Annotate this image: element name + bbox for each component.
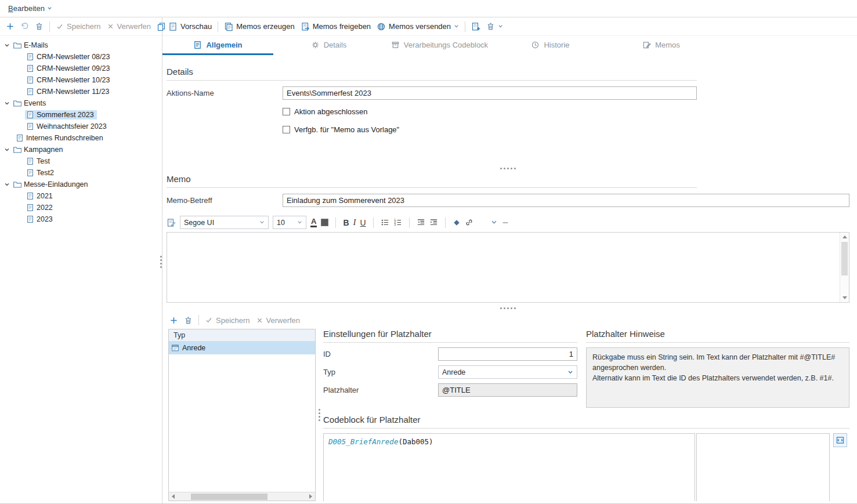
tab-verarbeitungs-codeblock[interactable]: Verarbeitungs Codeblock — [384, 36, 495, 55]
sidebar-splitter-handle[interactable] — [160, 256, 162, 268]
memos-freigeben-label: Memos freigeben — [313, 22, 371, 31]
add-placeholder-button[interactable] — [167, 314, 181, 327]
placeholder-list-header[interactable]: Typ — [169, 329, 315, 342]
scroll-down-icon[interactable] — [840, 293, 849, 302]
aktions-name-input[interactable] — [283, 86, 697, 100]
aktion-abgeschlossen-checkbox[interactable] — [283, 108, 290, 115]
details-splitter-handle[interactable] — [167, 168, 849, 169]
tab-details[interactable]: Details — [273, 36, 384, 55]
tree-item-crm-newsletter-0823[interactable]: CRM-Newsletter 08/23 — [0, 51, 162, 63]
tree-item-test2[interactable]: Test2 — [0, 167, 162, 179]
merge-field-icon[interactable] — [453, 219, 461, 227]
edit-mode-icon[interactable] — [167, 218, 176, 227]
chevron-down-icon[interactable] — [4, 182, 11, 187]
check-icon — [205, 316, 213, 324]
id-input[interactable] — [438, 347, 577, 361]
discard-placeholder-button[interactable]: Verwerfen — [253, 314, 303, 327]
memos-versenden-label: Memos versenden — [389, 22, 451, 31]
tree-item-test[interactable]: Test — [0, 155, 162, 167]
indent-icon[interactable] — [429, 218, 438, 227]
codeblock-section-title: Codeblock für Platzhalter — [323, 415, 849, 425]
tree-item-crm-newsletter-1023[interactable]: CRM-Newsletter 10/23 — [0, 74, 162, 86]
font-family-select[interactable]: Segoe UI — [180, 216, 269, 229]
scroll-left-icon[interactable] — [169, 492, 178, 501]
codeblock-editor[interactable]: D005_BriefAnrede(Dab005) — [323, 433, 695, 501]
hint-line: Rückgabe muss ein String sein. Im Text k… — [592, 352, 843, 373]
tree-item-messe-einladungen[interactable]: Messe-Einladungen — [0, 179, 162, 190]
memos-freigeben-button[interactable]: Memos freigeben — [298, 20, 374, 33]
preview-document-icon — [168, 22, 178, 31]
chevron-down-icon[interactable] — [4, 42, 11, 48]
tree-item-crm-newsletter-0923[interactable]: CRM-Newsletter 09/23 — [0, 63, 162, 74]
bold-button[interactable]: B — [343, 218, 349, 227]
tree-item-events[interactable]: Events — [0, 97, 162, 109]
editor-scrollbar[interactable] — [840, 233, 849, 302]
open-codeblock-editor-button[interactable] — [833, 433, 847, 447]
menu-bearbeiten[interactable]: Bearbeiten — [5, 3, 56, 14]
chevron-down-icon[interactable] — [4, 147, 11, 153]
link-icon[interactable] — [465, 218, 473, 227]
typ-select[interactable]: Anrede — [438, 365, 577, 379]
tree-item-crm-newsletter-1123[interactable]: CRM-Newsletter 11/23 — [0, 86, 162, 97]
add-document-button[interactable] — [468, 20, 483, 33]
memo-betreff-input[interactable] — [283, 194, 849, 207]
placeholder-splitter-handle[interactable] — [316, 329, 323, 501]
tab-allgemein[interactable]: Allgemein — [162, 36, 273, 55]
tree-item-label: Weihnachtsfeier 2023 — [37, 122, 107, 130]
save-button[interactable]: Speichern — [53, 20, 104, 32]
tree-item-2023[interactable]: 2023 — [0, 213, 162, 225]
scroll-up-icon[interactable] — [840, 233, 849, 241]
outdent-icon[interactable] — [417, 218, 425, 227]
placeholder-row-anrede[interactable]: Anrede — [169, 342, 315, 354]
placeholder-list[interactable]: Typ Anrede — [168, 329, 316, 501]
bullet-list-icon[interactable] — [381, 218, 389, 227]
list-horizontal-scrollbar[interactable] — [169, 492, 315, 501]
vorschau-button[interactable]: Vorschau — [165, 20, 215, 33]
tree-item-sommerfest-2023-selected[interactable]: Sommerfest 2023 — [0, 109, 162, 121]
more-options-chevron-icon[interactable] — [491, 219, 497, 226]
placeholder-codeblock: Codeblock für Platzhalter D005_BriefAnre… — [323, 415, 849, 501]
toolbar-separator — [373, 217, 374, 228]
tree-item-emails[interactable]: E-Mails — [0, 39, 162, 51]
memo-aus-vorlage-checkbox[interactable] — [283, 126, 290, 133]
tree-item-label: CRM-Newsletter 10/23 — [37, 76, 110, 84]
placeholder-row-label: Anrede — [182, 344, 205, 352]
codeblock-side-pane[interactable] — [696, 433, 830, 501]
underline-button[interactable]: U — [360, 218, 366, 227]
tree-item-weihnachtsfeier-2023[interactable]: Weihnachtsfeier 2023 — [0, 121, 162, 132]
highlight-color-button[interactable] — [321, 219, 328, 226]
minimize-toolbar-icon[interactable] — [501, 219, 509, 227]
scrollbar-thumb[interactable] — [191, 494, 267, 500]
tree-item-2021[interactable]: 2021 — [0, 190, 162, 202]
tree-item-2022[interactable]: 2022 — [0, 202, 162, 213]
delete-menu-button[interactable] — [483, 20, 506, 32]
memo-icon — [26, 204, 34, 212]
main-panel: Allgemein Details Verarbeitungs Codebloc… — [162, 36, 857, 503]
discard-button[interactable]: Verwerfen — [104, 20, 154, 32]
font-color-button[interactable]: A — [310, 217, 317, 228]
tab-historie[interactable]: Historie — [495, 36, 606, 55]
memo-splitter-handle[interactable] — [167, 307, 849, 309]
numbered-list-icon[interactable]: 1.2.3. — [393, 218, 402, 227]
font-family-value: Segoe UI — [184, 219, 214, 227]
code-function-name: D005_BriefAnrede — [328, 437, 398, 446]
add-button[interactable] — [3, 20, 17, 32]
scroll-right-icon[interactable] — [306, 492, 315, 501]
platzhalter-label: Platzhalter — [323, 386, 438, 394]
memos-versenden-button[interactable]: Memos versenden — [374, 20, 462, 33]
chevron-down-icon[interactable] — [4, 100, 11, 106]
undo-button[interactable] — [17, 20, 32, 32]
platzhalter-input[interactable] — [438, 383, 577, 397]
delete-placeholder-button[interactable] — [181, 314, 196, 327]
memo-body-editor[interactable] — [167, 232, 849, 303]
delete-button[interactable] — [32, 20, 46, 32]
tab-memos[interactable]: Memos — [606, 36, 717, 55]
tree-item-kampagnen[interactable]: Kampagnen — [0, 144, 162, 155]
save-placeholder-button[interactable]: Speichern — [202, 314, 253, 327]
tab-label: Historie — [544, 41, 569, 49]
tree-item-internes-rundschreiben[interactable]: Internes Rundschreiben — [0, 132, 162, 144]
italic-button[interactable]: I — [353, 217, 356, 227]
font-size-select[interactable]: 10 — [273, 216, 306, 229]
scrollbar-thumb[interactable] — [841, 242, 848, 275]
memos-erzeugen-button[interactable]: Memos erzeugen — [221, 20, 297, 33]
